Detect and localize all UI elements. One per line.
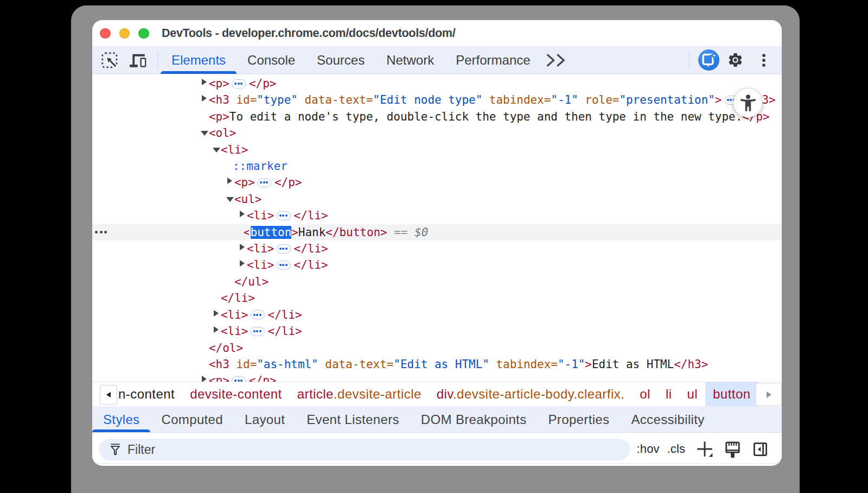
- inline-expand-ellipsis-button[interactable]: [277, 261, 291, 270]
- dom-tree-row[interactable]: <li></li>: [92, 241, 782, 257]
- more-panels-button[interactable]: [545, 49, 566, 71]
- dom-token-tag: <li>: [247, 242, 274, 255]
- breadcrumb-item[interactable]: ul: [679, 382, 705, 406]
- breadcrumb-item[interactable]: div.devsite-article-body.clearfix.: [429, 382, 633, 406]
- settings-button[interactable]: [725, 49, 746, 71]
- window-titlebar: DevTools - developer.chrome.com/docs/dev…: [92, 20, 782, 46]
- breadcrumb-item[interactable]: li: [658, 382, 680, 406]
- dom-token-tag: >: [291, 226, 298, 239]
- sidebar-tab-accessibility[interactable]: Accessibility: [620, 406, 715, 432]
- styles-filter-toolbar: Filter :hov .cls: [92, 432, 782, 464]
- styles-sidebar-tabs: StylesComputedLayoutEvent ListenersDOM B…: [92, 406, 782, 432]
- sidebar-tab-styles[interactable]: Styles: [92, 406, 150, 432]
- dom-tree-row[interactable]: <li></li>: [92, 257, 782, 273]
- dom-tree-row[interactable]: <h3 id="as-html" data-text="Edit as HTML…: [92, 356, 782, 372]
- dom-tree-row[interactable]: <h3 id="type" data-text="Edit node type"…: [92, 92, 782, 108]
- devtools-main-toolbar: ElementsConsoleSourcesNetworkPerformance: [92, 46, 782, 74]
- close-window-button[interactable]: [100, 28, 111, 39]
- main-menu-button[interactable]: [753, 49, 774, 71]
- row-actions-ellipsis-icon[interactable]: [95, 224, 107, 241]
- sidebar-tab-layout[interactable]: Layout: [234, 406, 296, 432]
- dom-token-attr: tabindex=: [482, 93, 551, 106]
- dom-token-text: To edit a node's type, double-click the …: [229, 110, 742, 123]
- sidebar-tab-properties[interactable]: Properties: [538, 406, 621, 432]
- dom-token-tag: </ul>: [234, 275, 269, 288]
- settings-gear-icon: [727, 52, 744, 68]
- toggle-element-state-button[interactable]: :hov: [637, 442, 660, 456]
- inline-expand-ellipsis-button[interactable]: [232, 79, 246, 89]
- dom-tree-row[interactable]: <ol>: [92, 125, 782, 141]
- dom-token-tag: <: [244, 226, 251, 239]
- gemini-chat-sparkle-icon: [699, 51, 718, 69]
- dom-token-text: Hank: [298, 226, 326, 239]
- dom-tree-row[interactable]: <ul>: [92, 191, 782, 207]
- dom-token-tag: </h3>: [674, 358, 708, 371]
- breadcrumb-part-tag: div: [437, 387, 453, 401]
- maximize-window-button[interactable]: [138, 28, 149, 39]
- sidebar-tab-computed[interactable]: Computed: [150, 406, 234, 432]
- breadcrumb-item[interactable]: devsite-content: [182, 382, 290, 406]
- dom-token-tag: >: [585, 358, 592, 371]
- breadcrumb-item[interactable]: ol: [632, 382, 658, 406]
- elements-dom-tree: <p></p><h3 id="type" data-text="Edit nod…: [92, 74, 782, 382]
- inline-expand-ellipsis-button[interactable]: [251, 327, 265, 336]
- dom-tree-row[interactable]: <li>: [92, 142, 782, 158]
- rendering-emulations-button[interactable]: [723, 440, 742, 458]
- dom-token-val: "-1": [558, 358, 585, 371]
- dom-tree-row[interactable]: ::marker: [92, 158, 782, 174]
- panel-tabs: ElementsConsoleSourcesNetworkPerformance: [161, 46, 541, 74]
- sidebar-tab-dom-breakpoints[interactable]: DOM Breakpoints: [410, 406, 538, 432]
- toggle-device-toolbar-button[interactable]: [127, 49, 148, 71]
- dom-tree-row[interactable]: <li></li>: [92, 323, 782, 339]
- dom-token-tag: <li>: [221, 308, 248, 321]
- tab-performance[interactable]: Performance: [445, 46, 541, 74]
- inspect-icon: [100, 51, 119, 69]
- inline-expand-ellipsis-button[interactable]: [277, 244, 291, 254]
- toolbar-divider-right: [689, 52, 690, 68]
- gemini-ai-button[interactable]: [698, 49, 719, 71]
- toggle-sidebar-button[interactable]: [751, 440, 769, 458]
- inline-expand-ellipsis-button[interactable]: [277, 211, 291, 220]
- dom-token-tag: <h3: [209, 93, 229, 106]
- breadcrumb-scroll-left-button[interactable]: [100, 385, 117, 404]
- dom-tree-row[interactable]: </ol>: [92, 340, 782, 356]
- dom-tree-row[interactable]: <p></p>: [92, 75, 782, 92]
- inline-expand-ellipsis-button[interactable]: [251, 310, 265, 319]
- breadcrumb-scroll-right-button[interactable]: [756, 383, 782, 406]
- breadcrumb-item[interactable]: article.devsite-article: [290, 382, 429, 406]
- breadcrumb-item[interactable]: n-content: [111, 382, 182, 406]
- sidebar-tab-event-listeners[interactable]: Event Listeners: [296, 406, 410, 432]
- dom-tree-row[interactable]: </ul>: [92, 274, 782, 290]
- styles-filter-input[interactable]: Filter: [99, 439, 630, 460]
- dom-token-attr: role=: [578, 93, 620, 106]
- dom-token-attr: data-text=: [318, 358, 394, 371]
- tab-console[interactable]: Console: [237, 46, 306, 74]
- tab-elements[interactable]: Elements: [161, 46, 237, 74]
- more-tabs-icon: [545, 49, 566, 71]
- inspect-element-button[interactable]: [99, 49, 120, 71]
- minimize-window-button[interactable]: [119, 28, 130, 39]
- dom-tree-row[interactable]: <p></p>: [92, 372, 782, 382]
- new-style-rule-button[interactable]: [695, 440, 714, 458]
- dom-token-dollar: $0: [414, 226, 428, 239]
- dom-tree-row[interactable]: <li></li>: [92, 207, 782, 224]
- dom-token-tag: </li>: [268, 325, 302, 338]
- element-classes-button[interactable]: .cls: [667, 442, 685, 456]
- tab-sources[interactable]: Sources: [306, 46, 375, 74]
- dom-token-tag: <ul>: [234, 193, 261, 206]
- dom-token-tag: </ol>: [209, 342, 243, 355]
- accessibility-overlay-button[interactable]: [733, 89, 762, 117]
- dom-token-val: "Edit node type": [373, 93, 483, 106]
- dom-tree-row[interactable]: </li>: [92, 290, 782, 306]
- dom-token-tag: </button>: [326, 226, 387, 239]
- breadcrumb-item[interactable]: button: [705, 382, 758, 406]
- dom-tree-row[interactable]: <p>To edit a node's type, double-click t…: [92, 109, 782, 125]
- filter-funnel-icon: [109, 444, 122, 456]
- dom-tree-row-selected[interactable]: <button>Hank</button> == $0: [92, 224, 782, 241]
- breadcrumb-part-tag: article: [297, 387, 334, 401]
- inline-expand-ellipsis-button[interactable]: [232, 376, 246, 382]
- inline-expand-ellipsis-button[interactable]: [257, 178, 271, 187]
- dom-tree-row[interactable]: <p></p>: [92, 174, 782, 191]
- dom-tree-row[interactable]: <li></li>: [92, 307, 782, 323]
- tab-network[interactable]: Network: [375, 46, 445, 74]
